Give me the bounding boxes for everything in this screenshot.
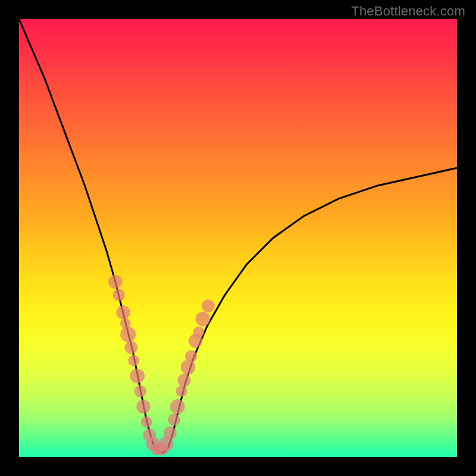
data-marker bbox=[193, 327, 204, 338]
data-marker bbox=[202, 299, 215, 312]
data-marker bbox=[134, 385, 146, 397]
data-marker bbox=[120, 327, 136, 342]
data-marker bbox=[176, 386, 187, 397]
data-marker bbox=[130, 368, 145, 383]
data-marker bbox=[196, 312, 211, 327]
watermark-text: TheBottleneck.com bbox=[351, 4, 465, 19]
marker-cluster bbox=[108, 275, 215, 456]
plot-area bbox=[19, 19, 457, 457]
bottleneck-curve bbox=[19, 19, 457, 453]
data-marker bbox=[108, 275, 122, 289]
data-marker bbox=[125, 341, 138, 354]
data-marker bbox=[181, 360, 196, 375]
chart-svg bbox=[19, 19, 457, 457]
data-marker bbox=[164, 427, 177, 440]
data-marker bbox=[128, 355, 139, 367]
data-marker bbox=[170, 399, 185, 414]
data-marker bbox=[185, 350, 197, 362]
data-marker bbox=[117, 305, 130, 319]
chart-frame: TheBottleneck.com bbox=[0, 0, 476, 476]
data-marker bbox=[178, 374, 191, 387]
data-marker bbox=[113, 289, 125, 301]
data-marker bbox=[168, 414, 180, 425]
data-marker bbox=[136, 400, 150, 414]
data-marker bbox=[141, 416, 152, 428]
